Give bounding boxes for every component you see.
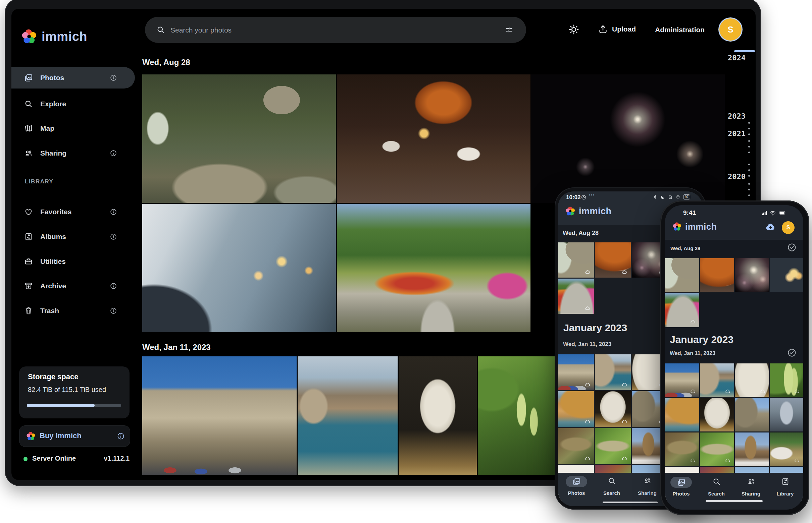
search-bar[interactable] <box>145 17 526 43</box>
thumb-statue[interactable] <box>770 398 803 431</box>
wifi-icon <box>770 210 776 216</box>
user-avatar[interactable]: S <box>720 18 742 40</box>
thumb-zoo[interactable] <box>558 242 594 277</box>
thumb-rock-sculpture[interactable] <box>595 391 631 427</box>
photo-coastal-town[interactable] <box>298 356 398 475</box>
tab-photos[interactable]: Photos <box>668 491 694 497</box>
sidebar-item-utilities[interactable]: Utilities <box>12 251 135 272</box>
thumb-beach-cliff[interactable] <box>558 391 594 427</box>
app-logo[interactable]: immich <box>20 28 87 46</box>
photo-zoo-monkeys[interactable] <box>142 74 336 203</box>
sidebar-item-map[interactable]: Map <box>12 118 135 139</box>
info-icon[interactable] <box>110 307 117 314</box>
thumb-stone-ruins[interactable] <box>735 398 769 431</box>
signal-icon <box>761 210 768 216</box>
thumb-lizard-brown[interactable] <box>665 432 699 466</box>
scrubber-year-2024[interactable]: 2024 <box>719 54 746 62</box>
cloud-icon <box>584 419 591 425</box>
storage-title: Storage space <box>28 373 78 381</box>
info-icon[interactable] <box>117 432 125 440</box>
thumb-lizard-moss[interactable] <box>595 428 631 464</box>
thumb-dinner[interactable] <box>595 242 631 277</box>
info-icon[interactable] <box>110 74 117 82</box>
thumb-lizard-moss[interactable] <box>700 432 734 466</box>
sidebar-item-sharing[interactable]: Sharing <box>12 143 135 164</box>
thumb-bust[interactable] <box>735 363 769 397</box>
phone1-date-group1: Wed, Aug 28 <box>563 230 599 237</box>
map-icon <box>24 124 33 133</box>
album-icon <box>24 232 33 241</box>
scrubber-position-line[interactable] <box>734 50 755 52</box>
thumb-rock-sculpture[interactable] <box>700 398 734 431</box>
photo-marble-bust[interactable] <box>399 356 477 475</box>
people-icon <box>643 477 652 485</box>
photo-sea-grapes[interactable] <box>478 356 556 475</box>
phone1-date-group2: Wed, Jan 11, 2023 <box>563 341 611 348</box>
info-icon[interactable] <box>110 208 117 216</box>
tab-search[interactable]: Search <box>598 490 625 496</box>
thumb-berries[interactable] <box>770 363 803 397</box>
photo-fireworks[interactable] <box>531 74 725 203</box>
thumb-fortress[interactable] <box>665 363 699 397</box>
server-status-label: Server Online <box>32 455 76 462</box>
info-icon[interactable] <box>110 282 117 290</box>
cloud-icon <box>689 458 696 463</box>
administration-link[interactable]: Administration <box>655 26 705 34</box>
info-icon[interactable] <box>110 233 117 240</box>
thumb-zoo[interactable] <box>665 258 699 292</box>
tab-search[interactable]: Search <box>703 491 730 497</box>
photo-holding-hands[interactable] <box>142 204 336 332</box>
tab-library[interactable]: Library <box>772 491 799 497</box>
thumb-coastal[interactable] <box>595 354 631 390</box>
battery-indicator: 97 <box>683 195 690 199</box>
sidebar-item-photos[interactable]: Photos <box>12 67 135 89</box>
thumb-dinner[interactable] <box>700 258 734 292</box>
thumb-coastal[interactable] <box>700 363 734 397</box>
date-header-aug28: Wed, Aug 28 <box>142 58 190 67</box>
photo-fortress-walls[interactable] <box>142 356 297 475</box>
thumb-beach-cliff[interactable] <box>665 398 699 431</box>
cloud-icon <box>689 389 696 394</box>
photo-autumn-dinner[interactable] <box>337 74 531 203</box>
scrubber-year-2020[interactable]: 2020 <box>719 172 746 181</box>
sun-icon <box>568 24 580 35</box>
cloud-icon <box>621 382 628 387</box>
filter-tune-icon[interactable] <box>505 25 513 34</box>
home-indicator <box>603 502 658 503</box>
upload-button[interactable]: Upload <box>598 24 636 34</box>
thumb-hands[interactable] <box>770 258 803 292</box>
scrubber-year-2021[interactable]: 2021 <box>719 129 746 138</box>
tab-photos[interactable]: Photos <box>563 490 590 496</box>
thumb-autumn-park[interactable] <box>558 278 594 314</box>
sidebar-item-favorites[interactable]: Favorites <box>12 201 135 222</box>
sidebar-item-archive[interactable]: Archive <box>12 275 135 297</box>
tab-sharing[interactable]: Sharing <box>634 490 661 496</box>
thumb-winter-church[interactable] <box>735 432 769 466</box>
thumb-lizard-brown[interactable] <box>558 428 594 464</box>
search-icon <box>712 477 721 486</box>
home-indicator <box>706 500 763 502</box>
cloud-backup-icon[interactable] <box>765 222 776 233</box>
thumb-autumn-park[interactable] <box>665 293 699 327</box>
sidebar-item-trash[interactable]: Trash <box>12 300 135 322</box>
thumb-alpine-village[interactable] <box>770 432 803 466</box>
thumb-fireworks[interactable] <box>735 258 769 292</box>
sidebar-item-albums[interactable]: Albums <box>12 226 135 248</box>
sidebar-item-explore[interactable]: Explore <box>12 93 135 115</box>
select-check-icon[interactable] <box>787 348 797 357</box>
photo-autumn-park[interactable] <box>337 204 531 332</box>
search-input[interactable] <box>170 17 493 43</box>
storage-progress-track <box>27 404 121 407</box>
select-check-icon[interactable] <box>787 243 797 252</box>
phone2-avatar[interactable]: S <box>782 221 795 234</box>
wifi-icon <box>675 194 681 200</box>
thumb-fortress[interactable] <box>558 354 594 390</box>
cloud-icon <box>724 458 731 463</box>
theme-toggle-button[interactable] <box>568 24 580 35</box>
cloud-icon <box>584 456 591 461</box>
info-icon[interactable] <box>110 149 117 157</box>
storage-card: Storage space 82.4 TiB of 115.1 TiB used <box>19 366 129 418</box>
buy-immich-button[interactable]: Buy Immich <box>19 426 130 447</box>
tab-sharing[interactable]: Sharing <box>738 491 764 497</box>
scrubber-year-2023[interactable]: 2023 <box>719 112 746 120</box>
